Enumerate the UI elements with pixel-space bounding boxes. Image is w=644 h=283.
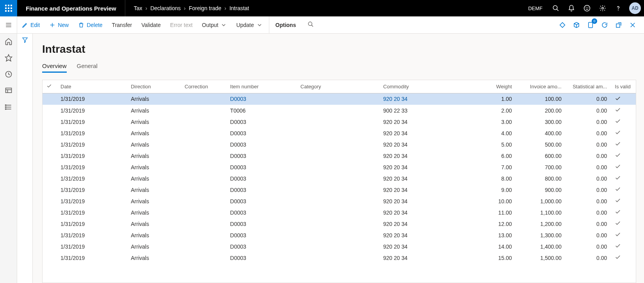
cell-direction[interactable]: Arrivals (127, 139, 181, 150)
cell-item-number[interactable]: D0003 (226, 127, 297, 139)
table-row[interactable]: 1/31/2019ArrivalsD0003920 20 345.00500.0… (43, 139, 636, 150)
col-header-commodity[interactable]: Commodity (379, 80, 470, 93)
cell-statistical-amount[interactable]: 0.00 (566, 229, 611, 241)
attachments-button[interactable] (557, 19, 568, 31)
cell-item-number[interactable]: D0003 (226, 184, 297, 195)
recent-icon[interactable] (5, 70, 12, 78)
cell-statistical-amount[interactable]: 0.00 (566, 241, 611, 252)
row-selector[interactable] (43, 116, 57, 127)
table-row[interactable]: 1/31/2019ArrivalsD0003920 20 341.00100.0… (43, 93, 636, 105)
cell-correction[interactable] (181, 241, 226, 252)
cell-is-valid[interactable] (611, 184, 636, 195)
cell-is-valid[interactable] (611, 252, 636, 263)
cell-category[interactable] (297, 241, 379, 252)
cell-category[interactable] (297, 116, 379, 127)
cell-commodity[interactable]: 900 22 33 (379, 105, 470, 116)
breadcrumb-item[interactable]: Intrastat (229, 5, 249, 11)
cell-correction[interactable] (181, 195, 226, 207)
cell-is-valid[interactable] (611, 139, 636, 150)
cell-direction[interactable]: Arrivals (127, 229, 181, 241)
cell-correction[interactable] (181, 139, 226, 150)
validate-button[interactable]: Validate (137, 16, 165, 34)
cell-correction[interactable] (181, 105, 226, 116)
cell-date[interactable]: 1/31/2019 (57, 195, 127, 207)
breadcrumb-item[interactable]: Foreign trade (189, 5, 221, 11)
cell-direction[interactable]: Arrivals (127, 116, 181, 127)
cell-statistical-amount[interactable]: 0.00 (566, 161, 611, 173)
cell-category[interactable] (297, 252, 379, 263)
cell-statistical-amount[interactable]: 0.00 (566, 218, 611, 229)
cell-date[interactable]: 1/31/2019 (57, 116, 127, 127)
user-avatar[interactable]: AD (629, 2, 641, 14)
col-header-invoice[interactable]: Invoice amo... (516, 80, 566, 93)
cell-direction[interactable]: Arrivals (127, 150, 181, 161)
table-row[interactable]: 1/31/2019ArrivalsD0003920 20 346.00600.0… (43, 150, 636, 161)
cell-correction[interactable] (181, 184, 226, 195)
modules-icon[interactable] (5, 103, 12, 111)
cell-category[interactable] (297, 127, 379, 139)
home-icon[interactable] (5, 38, 12, 45)
cell-commodity[interactable]: 920 20 34 (379, 139, 470, 150)
row-selector[interactable] (43, 161, 57, 173)
cell-direction[interactable]: Arrivals (127, 93, 181, 105)
close-button[interactable] (627, 19, 639, 31)
table-row[interactable]: 1/31/2019ArrivalsD0003920 20 348.00800.0… (43, 173, 636, 184)
cell-statistical-amount[interactable]: 0.00 (566, 139, 611, 150)
cell-is-valid[interactable] (611, 127, 636, 139)
row-selector[interactable] (43, 127, 57, 139)
table-row[interactable]: 1/31/2019ArrivalsD0003920 20 3414.001,40… (43, 241, 636, 252)
cell-commodity[interactable]: 920 20 34 (379, 173, 470, 184)
cell-invoice-amount[interactable]: 800.00 (516, 173, 566, 184)
cell-weight[interactable]: 10.00 (470, 195, 516, 207)
settings-button[interactable] (595, 0, 610, 16)
cell-direction[interactable]: Arrivals (127, 241, 181, 252)
cell-is-valid[interactable] (611, 173, 636, 184)
cell-item-number[interactable]: D0003 (226, 150, 297, 161)
cell-category[interactable] (297, 229, 379, 241)
cell-item-number[interactable]: D0003 (226, 173, 297, 184)
cell-item-number[interactable]: D0003 (226, 218, 297, 229)
cell-date[interactable]: 1/31/2019 (57, 161, 127, 173)
cell-is-valid[interactable] (611, 161, 636, 173)
row-selector[interactable] (43, 173, 57, 184)
cell-commodity[interactable]: 920 20 34 (379, 116, 470, 127)
cell-weight[interactable]: 11.00 (470, 207, 516, 218)
col-header-valid[interactable]: Is valid (611, 80, 636, 93)
app-launcher-button[interactable] (0, 0, 17, 16)
table-row[interactable]: 1/31/2019ArrivalsD0003920 20 344.00400.0… (43, 127, 636, 139)
transfer-button[interactable]: Transfer (107, 16, 137, 34)
select-all-header[interactable] (43, 80, 57, 93)
cell-item-number[interactable]: D0003 (226, 252, 297, 263)
cell-weight[interactable]: 6.00 (470, 150, 516, 161)
cell-statistical-amount[interactable]: 0.00 (566, 93, 611, 105)
cell-invoice-amount[interactable]: 200.00 (516, 105, 566, 116)
row-selector[interactable] (43, 93, 57, 105)
cell-is-valid[interactable] (611, 93, 636, 105)
cell-statistical-amount[interactable]: 0.00 (566, 207, 611, 218)
cell-category[interactable] (297, 184, 379, 195)
cell-category[interactable] (297, 139, 379, 150)
breadcrumb-item[interactable]: Tax (134, 5, 142, 11)
cell-direction[interactable]: Arrivals (127, 195, 181, 207)
cell-item-number[interactable]: D0003 (226, 195, 297, 207)
cell-weight[interactable]: 5.00 (470, 139, 516, 150)
update-dropdown[interactable]: Update (231, 16, 267, 34)
cell-is-valid[interactable] (611, 207, 636, 218)
cell-correction[interactable] (181, 252, 226, 263)
cell-correction[interactable] (181, 207, 226, 218)
cell-category[interactable] (297, 218, 379, 229)
cell-statistical-amount[interactable]: 0.00 (566, 252, 611, 263)
col-header-date[interactable]: Date (57, 80, 127, 93)
output-dropdown[interactable]: Output (197, 16, 231, 34)
cell-weight[interactable]: 8.00 (470, 173, 516, 184)
cell-date[interactable]: 1/31/2019 (57, 184, 127, 195)
col-header-correction[interactable]: Correction (181, 80, 226, 93)
cell-invoice-amount[interactable]: 1,100.00 (516, 207, 566, 218)
cell-category[interactable] (297, 195, 379, 207)
cell-date[interactable]: 1/31/2019 (57, 93, 127, 105)
table-row[interactable]: 1/31/2019ArrivalsD0003920 20 3415.001,50… (43, 252, 636, 263)
table-row[interactable]: 1/31/2019ArrivalsD0003920 20 343.00300.0… (43, 116, 636, 127)
table-row[interactable]: 1/31/2019ArrivalsD0003920 20 3411.001,10… (43, 207, 636, 218)
cell-weight[interactable]: 9.00 (470, 184, 516, 195)
row-selector[interactable] (43, 229, 57, 241)
